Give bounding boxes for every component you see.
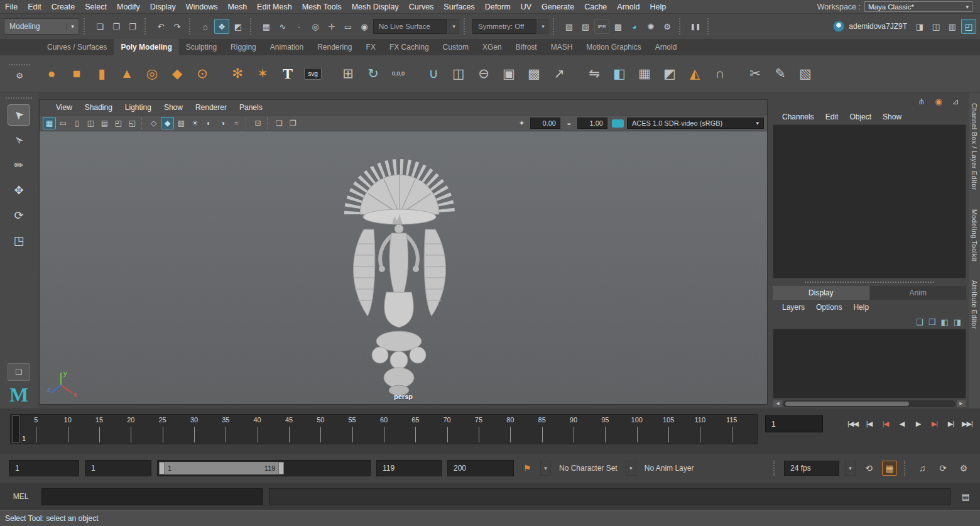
menu-mesh-display[interactable]: Mesh Display [347,1,404,13]
safe-action-icon[interactable]: ◰ [112,117,125,129]
new-layer-from-selected-icon[interactable]: ◨ [954,317,961,327]
snap-to-point-icon[interactable]: ∙ [291,19,307,34]
menu-cache[interactable]: Cache [579,1,612,13]
channels-menu[interactable]: Channels [776,111,820,123]
toolbar-grip[interactable] [250,18,254,35]
poly-sphere-icon[interactable]: ● [39,61,64,86]
cached-playback-icon[interactable]: ▦ [882,461,897,476]
menu-uv[interactable]: UV [516,1,536,13]
shelf-tab-custom[interactable]: Custom [436,39,476,55]
toggle-workspace-panel-icon[interactable]: ◨ [912,19,927,34]
isolate-select-icon[interactable]: ⊡ [251,117,264,129]
undo-button[interactable]: ↶ [153,19,168,34]
menu-arnold[interactable]: Arnold [612,1,645,13]
shelf-tab-motion-graphics[interactable]: Motion Graphics [579,39,648,55]
bookmark-dropdown[interactable]: ▾ [540,461,551,476]
user-avatar[interactable] [833,21,844,32]
step-forward-frame-button[interactable]: ▶| [943,415,959,432]
platonic-solid-icon[interactable]: ✻ [225,61,250,86]
menu-edit-mesh[interactable]: Edit Mesh [252,1,297,13]
menu-modify[interactable]: Modify [112,1,145,13]
play-forwards-button[interactable]: ▶ [910,415,926,432]
shelf-tab-sculpting[interactable]: Sculpting [179,39,224,55]
textured-display-icon[interactable]: ▨ [175,117,188,129]
select-object-icon[interactable]: ❖ [214,19,229,34]
scrollbar-track[interactable] [783,400,956,407]
tab-channel-box-layer-editor[interactable]: Channel Box / Layer Editor [971,103,978,190]
poly-cylinder-icon[interactable]: ▮ [89,61,114,86]
exposure-icon[interactable]: ✦ [515,117,528,129]
paint-select-tool[interactable]: ✏ [8,155,30,176]
step-forward-key-button[interactable]: ▶| [927,415,942,432]
resolution-gate-icon[interactable]: ▯ [70,117,84,129]
menu-set-selector[interactable]: Modeling ▾ [4,18,79,35]
render-settings-icon[interactable]: ⚙ [660,19,675,34]
boolean-icon[interactable]: ⊖ [471,61,496,86]
snap-to-curve-icon[interactable]: ∿ [275,19,290,34]
current-frame-indicator[interactable] [12,415,19,443]
snap-along-axis-icon[interactable]: ✛ [324,19,339,34]
object-menu[interactable]: Object [844,111,877,123]
help-menu[interactable]: Help [847,302,874,313]
light-editor-icon[interactable]: ✺ [643,19,658,34]
go-to-end-button[interactable]: ▶▶| [959,415,975,432]
smooth-shade-icon[interactable]: ◆ [161,117,174,129]
toolbar-grip[interactable] [84,18,88,35]
character-set-dropdown[interactable]: No Character Set [557,461,620,476]
redo-button[interactable]: ↷ [170,19,185,34]
symmetry-field[interactable]: Symmetry: Off [472,19,536,34]
menu-deform[interactable]: Deform [480,1,516,13]
shelf-tab-arnold[interactable]: Arnold [648,39,684,55]
shelf-tab-curves-surfaces[interactable]: Curves / Surfaces [40,39,114,55]
subdivide-icon[interactable]: ▦ [632,61,657,86]
anim-layer-dropdown[interactable]: No Anim Layer [642,461,697,476]
tab-attribute-editor[interactable]: Attribute Editor [971,280,978,329]
horizontal-scrollbar[interactable]: ◀ ▶ [771,398,967,408]
new-empty-layer-icon[interactable]: ◧ [940,317,948,327]
crease-icon[interactable]: ◩ [657,61,682,86]
layers-menu[interactable]: Layers [776,302,810,313]
fill-hole-icon[interactable]: ▣ [496,61,521,86]
fps-arrow[interactable]: ▾ [845,461,856,476]
use-all-lights-icon[interactable]: ☀ [188,117,202,129]
select-hierarchy-icon[interactable]: ⌂ [198,19,213,34]
animation-start-field[interactable]: 1 [9,460,79,476]
layer-list[interactable] [773,329,966,398]
gamma-icon[interactable]: ◒ [562,117,575,129]
playback-start-field[interactable]: 1 [85,460,151,476]
edit-menu[interactable]: Edit [820,111,844,123]
grid-fill-icon[interactable]: ▩ [521,61,547,86]
quad-draw-icon[interactable]: ✎ [768,61,793,86]
tab-anim-layers[interactable]: Anim [870,286,967,300]
menu-help[interactable]: Help [645,1,671,13]
lasso-select-tool[interactable]: ➢ [8,129,30,151]
film-gate-icon[interactable]: ▭ [57,117,70,129]
poly-disc-icon[interactable]: ⊙ [190,61,215,86]
panel-menu-shading[interactable]: Shading [79,102,119,113]
viewport-canvas[interactable]: y x z persp [40,131,767,404]
live-surface-field[interactable]: No Live Surface [373,19,447,34]
range-slider[interactable]: 1 119 [157,460,371,476]
move-layer-down-icon[interactable]: ❒ [928,317,936,327]
scroll-left-icon[interactable]: ◀ [773,400,782,407]
shelf-tab-rigging[interactable]: Rigging [224,39,263,55]
channel-box-list[interactable] [773,124,966,278]
pane-layout-alt-icon[interactable]: ❐ [286,117,300,129]
safe-title-icon[interactable]: ◱ [126,117,139,129]
panel-menu-view[interactable]: View [50,102,79,113]
channel-stats-icon[interactable]: ⊿ [950,96,961,107]
bridge-icon[interactable]: ∩ [707,61,732,86]
color-space-dropdown[interactable]: ACES 1.0 SDR-video (sRGB) ▾ [627,118,764,129]
symmetry-dropdown[interactable]: ▾ [538,19,548,34]
gamma-field[interactable]: 1.00 [577,118,607,129]
current-frame-field[interactable]: 1 [765,415,823,432]
shelf-tab-xgen[interactable]: XGen [476,39,509,55]
select-component-icon[interactable]: ◩ [231,19,246,34]
character-set-arrow[interactable]: ▾ [626,461,636,476]
mute-audio-icon[interactable]: ♫ [915,461,930,476]
scrollbar-thumb[interactable] [785,402,909,406]
menu-edit[interactable]: Edit [23,1,46,13]
render-open-view-icon[interactable]: ▧ [562,19,577,34]
animation-preferences-icon[interactable]: ⚙ [956,461,971,476]
tab-modeling-toolkit[interactable]: Modeling Toolkit [971,209,978,261]
